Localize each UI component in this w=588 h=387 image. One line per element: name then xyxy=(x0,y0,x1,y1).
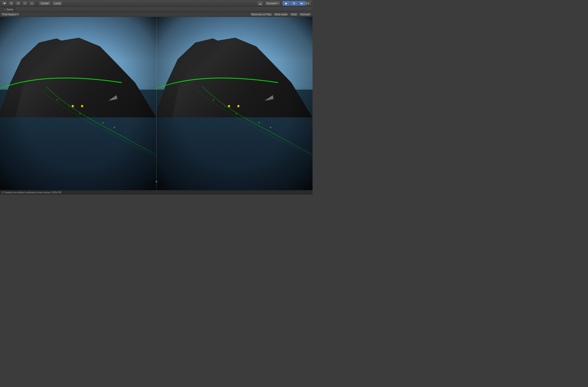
right-eye-view xyxy=(156,17,313,190)
account-label: Account xyxy=(267,2,276,5)
account-chevron-icon: ▾ xyxy=(277,2,278,5)
left-wake-trail xyxy=(0,86,156,190)
svg-point-4 xyxy=(102,122,104,124)
game-tab[interactable]: C Game xyxy=(2,7,15,12)
svg-point-12 xyxy=(270,127,271,128)
scale-tool-button[interactable]: ⤢ xyxy=(22,1,28,6)
game-tab-label: Game xyxy=(6,8,13,11)
settings-icon[interactable]: ⚙ xyxy=(155,180,158,183)
status-message: Creating new default cardboard screen te… xyxy=(4,191,61,194)
svg-point-6 xyxy=(125,132,126,132)
svg-point-11 xyxy=(258,122,260,124)
svg-point-8 xyxy=(224,106,225,107)
aspect-dropdown[interactable]: Free Aspect ▾ xyxy=(1,12,20,17)
svg-point-1 xyxy=(68,106,69,107)
separator-1 xyxy=(37,1,37,6)
maximize-on-play-button[interactable]: Maximize on Play xyxy=(250,12,273,17)
game-viewport: ⚙ xyxy=(0,17,313,190)
hand-tool-button[interactable]: ☚ xyxy=(1,1,7,6)
play-controls: ▶ ⏸ ⏭ xyxy=(282,1,306,6)
stats-button[interactable]: Stats xyxy=(289,12,298,17)
local-button[interactable]: Local xyxy=(52,1,63,6)
game-panel-header: C Game xyxy=(0,7,313,12)
top-toolbar: ☚ ✛ ↺ ⤢ ▭ Center Local ▶ ⏸ ⏭ ☁ Account ▾… xyxy=(0,0,313,7)
maximize-label: Maximize on Play xyxy=(252,13,271,16)
layout-chevron-icon: ▾ xyxy=(308,2,309,5)
cloud-icon: ☁ xyxy=(258,1,262,5)
right-wake-trail xyxy=(156,86,313,190)
mute-label: Mute audio xyxy=(275,13,287,16)
cloud-button[interactable]: ☁ xyxy=(257,1,264,6)
status-bar: ℹ Creating new default cardboard screen … xyxy=(0,190,313,195)
play-button[interactable]: ▶ xyxy=(282,1,290,6)
game-tab-icon: C xyxy=(4,8,5,11)
svg-point-9 xyxy=(236,113,237,114)
move-tool-button[interactable]: ✛ xyxy=(8,1,14,6)
svg-point-5 xyxy=(114,127,115,128)
local-label: Local xyxy=(54,2,61,5)
aspect-chevron-icon: ▾ xyxy=(17,13,18,16)
svg-point-7 xyxy=(213,99,214,101)
svg-point-13 xyxy=(282,132,283,132)
mute-audio-button[interactable]: Mute audio xyxy=(273,12,289,17)
rotate-tool-button[interactable]: ↺ xyxy=(15,1,21,6)
gizmos-button[interactable]: Gizmos ▾ xyxy=(299,12,312,17)
svg-point-0 xyxy=(57,99,58,101)
left-eye-view xyxy=(0,17,156,190)
game-toolbar: Free Aspect ▾ Maximize on Play Mute audi… xyxy=(0,12,313,17)
gizmos-label: Gizmos xyxy=(300,13,309,16)
aspect-label: Free Aspect xyxy=(2,13,16,16)
center-button[interactable]: Center xyxy=(39,1,51,6)
gear-icon: ⚙ xyxy=(155,180,158,183)
gizmos-chevron-icon: ▾ xyxy=(309,13,310,16)
center-label: Center xyxy=(41,2,49,5)
step-button[interactable]: ⏭ xyxy=(298,1,306,6)
vr-container: ⚙ xyxy=(0,17,313,190)
stats-label: Stats xyxy=(291,13,297,16)
status-info-icon: ℹ xyxy=(2,191,3,194)
svg-point-10 xyxy=(247,118,248,119)
game-toolbar-right: Maximize on Play Mute audio Stats Gizmos… xyxy=(250,12,312,17)
account-dropdown[interactable]: Account ▾ xyxy=(265,1,280,6)
svg-point-3 xyxy=(91,118,92,119)
svg-point-2 xyxy=(79,113,81,114)
pause-button[interactable]: ⏸ xyxy=(290,1,298,6)
rect-tool-button[interactable]: ▭ xyxy=(29,1,35,6)
